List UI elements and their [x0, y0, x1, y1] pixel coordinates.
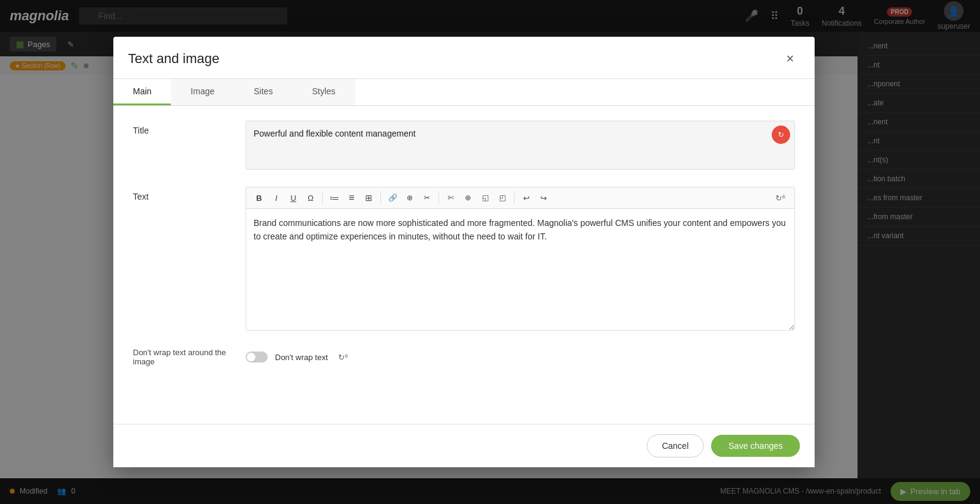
title-field-content: Powerful and flexible content management…	[246, 121, 795, 172]
tab-main[interactable]: Main	[113, 79, 171, 105]
save-changes-button[interactable]: Save changes	[711, 435, 800, 457]
editor-toolbar: B I U Ω ≔ ≡ ⊞ 🔗 ⊕ ✂ ✄ ⊕ ◱ ◰	[246, 187, 795, 208]
toolbar-paste-plain[interactable]: ◰	[494, 190, 510, 206]
wrap-toggle[interactable]	[246, 352, 268, 363]
toolbar-table[interactable]: ⊞	[361, 190, 377, 206]
title-translate-button[interactable]: ↻	[772, 126, 790, 144]
modal-tabs: Main Image Sites Styles	[113, 79, 815, 106]
toolbar-sep-1	[322, 192, 323, 204]
wrap-text-row: Don't wrap text around the image Don't w…	[133, 348, 795, 366]
toolbar-unordered-list[interactable]: ≡	[344, 190, 360, 206]
toolbar-sep-4	[514, 192, 514, 204]
modal-footer: Cancel Save changes	[113, 424, 815, 467]
wrap-text-label: Don't wrap text	[275, 353, 328, 362]
text-editor[interactable]: Brand communications are now more sophis…	[246, 208, 795, 331]
tab-styles[interactable]: Styles	[292, 79, 355, 105]
toggle-knob	[247, 353, 255, 361]
modal-dialog: Text and image × Main Image Sites Styles…	[113, 37, 815, 467]
wrap-content: Don't wrap text ↻⁶	[246, 349, 795, 365]
cancel-button[interactable]: Cancel	[647, 434, 704, 457]
toolbar-paste[interactable]: ◱	[477, 190, 493, 206]
text-translate-button[interactable]: ↻⁶	[771, 190, 790, 206]
toolbar-link-plus[interactable]: ⊕	[402, 190, 418, 206]
tab-sites[interactable]: Sites	[234, 79, 292, 105]
text-label: Text	[133, 187, 231, 201]
tab-image[interactable]: Image	[171, 79, 234, 105]
modal-title: Text and image	[128, 51, 219, 67]
toolbar-bold[interactable]: B	[251, 190, 267, 206]
modal-header: Text and image ×	[113, 37, 815, 79]
wrap-translate-button[interactable]: ↻⁶	[335, 349, 351, 365]
toolbar-ordered-list[interactable]: ≔	[326, 190, 342, 206]
toolbar-cut[interactable]: ✄	[443, 190, 459, 206]
text-field-row: Text B I U Ω ≔ ≡ ⊞ 🔗 ⊕ ✂ ✄ ⊕	[133, 187, 795, 333]
toolbar-omega[interactable]: Ω	[303, 190, 318, 206]
title-field-row: Title Powerful and flexible content mana…	[133, 121, 795, 172]
toolbar-link[interactable]: 🔗	[385, 190, 401, 206]
modal-body: Title Powerful and flexible content mana…	[113, 106, 815, 424]
title-label: Title	[133, 121, 231, 135]
toolbar-sep-3	[439, 192, 439, 204]
toolbar-sep-2	[380, 192, 381, 204]
modal-close-button[interactable]: ×	[780, 49, 800, 69]
toolbar-italic[interactable]: I	[268, 190, 284, 206]
toolbar-unlink[interactable]: ✂	[419, 190, 435, 206]
wrap-label: Don't wrap text around the image	[133, 348, 231, 366]
toolbar-undo[interactable]: ↩	[518, 190, 534, 206]
toolbar-underline[interactable]: U	[285, 190, 301, 206]
toolbar-redo[interactable]: ↪	[535, 190, 551, 206]
toolbar-copy[interactable]: ⊕	[460, 190, 476, 206]
text-field-content: B I U Ω ≔ ≡ ⊞ 🔗 ⊕ ✂ ✄ ⊕ ◱ ◰	[246, 187, 795, 333]
translate-icon: ↻	[778, 130, 784, 139]
title-input[interactable]: Powerful and flexible content management	[246, 121, 795, 170]
